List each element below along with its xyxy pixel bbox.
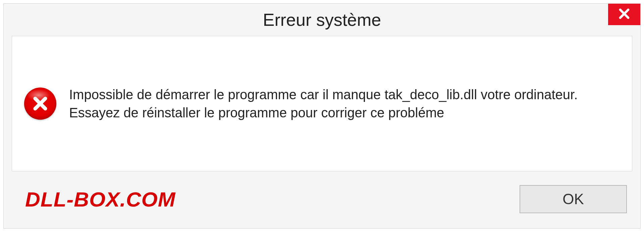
dialog-footer: DLL-BOX.COM OK (4, 171, 640, 227)
content-panel: Impossible de démarrer le programme car … (12, 36, 632, 171)
error-icon (24, 88, 56, 120)
ok-button[interactable]: OK (520, 185, 627, 213)
error-message: Impossible de démarrer le programme car … (69, 85, 620, 122)
ok-button-label: OK (562, 191, 584, 208)
error-dialog: Erreur système Impossible de démarrer le… (3, 3, 641, 229)
title-bar: Erreur système (4, 4, 640, 36)
close-icon (618, 8, 630, 21)
branding-text: DLL-BOX.COM (25, 187, 175, 211)
dialog-title: Erreur système (263, 10, 381, 30)
close-button[interactable] (608, 4, 640, 25)
